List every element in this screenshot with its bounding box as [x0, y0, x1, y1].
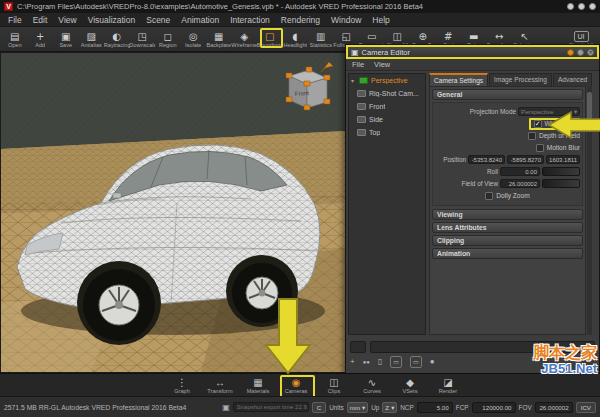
section-viewing[interactable]: Viewing — [432, 209, 583, 220]
save-button[interactable]: ▣Save — [53, 28, 79, 50]
downscale-button[interactable]: ◳Downscale — [130, 28, 156, 50]
panel-menu-view[interactable]: View — [374, 60, 390, 69]
panel-scrollbar[interactable] — [587, 86, 592, 335]
tree-item-top[interactable]: Top — [349, 126, 425, 139]
render-viewport[interactable]: Front — [0, 52, 346, 373]
minimize-button[interactable] — [567, 3, 574, 10]
c-button[interactable]: C — [312, 402, 326, 413]
view-cube[interactable]: Front — [283, 58, 335, 114]
roll-field[interactable]: 0.00 — [500, 167, 540, 176]
isolate-icon: ◎ — [189, 31, 198, 42]
menu-window[interactable]: Window — [331, 15, 361, 25]
position-z-field[interactable]: 1603.1811 — [546, 155, 580, 164]
field-of-view-field[interactable]: 26.000002 — [500, 179, 540, 188]
panel-close-button[interactable]: ✕ — [587, 49, 594, 56]
materials-module-button[interactable]: ▦Materials — [239, 377, 277, 394]
wireframe-icon: ◈ — [240, 31, 248, 42]
tab-image-processing[interactable]: Image Processing — [489, 73, 552, 86]
motion-blur-checkbox[interactable]: Motion Blur — [536, 144, 580, 152]
menu-animation[interactable]: Animation — [181, 15, 219, 25]
ncp-field[interactable]: 5.00 — [417, 402, 453, 413]
add-camera-icon[interactable]: + — [350, 357, 355, 367]
dof-label: Depth of Field — [539, 132, 580, 139]
icv-button[interactable]: ICV — [576, 402, 596, 413]
record-icon[interactable]: ● — [430, 357, 435, 367]
menu-rendering[interactable]: Rendering — [281, 15, 320, 25]
menu-edit[interactable]: Edit — [33, 15, 48, 25]
fov-field[interactable]: 26.000002 — [535, 402, 573, 413]
camera-editor-icon: ▣ — [351, 48, 359, 57]
fullscreen-icon: ◱ — [342, 31, 351, 42]
antialias-icon: ▨ — [87, 31, 96, 42]
units-dropdown[interactable]: mm▾ — [347, 402, 368, 413]
position-x-field[interactable]: -5353.8240 — [468, 155, 505, 164]
twisty-icon[interactable]: ▾ — [351, 77, 356, 84]
section-animation[interactable]: Animation — [432, 248, 583, 259]
maximize-button[interactable] — [578, 3, 585, 10]
section-general[interactable]: General — [432, 89, 583, 100]
wireframe-button[interactable]: ◈Wireframe — [232, 28, 258, 50]
menu-scene[interactable]: Scene — [146, 15, 170, 25]
panel-menu-file[interactable]: File — [352, 60, 364, 69]
transform-module-button[interactable]: ↔Transform — [201, 377, 239, 394]
statistics-icon: ▥ — [316, 31, 325, 42]
menu-view[interactable]: View — [58, 15, 76, 25]
camera-editor-titlebar[interactable]: ▣ Camera Editor ✕ — [346, 45, 599, 59]
region-button[interactable]: ◻Region — [155, 28, 181, 50]
tree-item-rig-shot-cam[interactable]: Rig-Shot Cam... — [349, 87, 425, 100]
menu-help[interactable]: Help — [372, 15, 389, 25]
graph-label: Graph — [174, 388, 190, 394]
up-axis-dropdown[interactable]: Z▾ — [382, 402, 397, 413]
snapshot-icon[interactable]: ▣ — [222, 403, 230, 412]
roll-slider[interactable] — [542, 167, 580, 176]
ui-button-icon[interactable]: ▭ — [410, 356, 422, 368]
snapshot-export-field[interactable]: Snapshot export time 22.9.1900... — [233, 402, 309, 412]
section-clipping[interactable]: Clipping — [432, 235, 583, 246]
add-icon: + — [36, 31, 44, 42]
tree-item-side[interactable]: Side — [349, 113, 425, 126]
statistics-button[interactable]: ▥Statistics — [308, 28, 334, 50]
depth-of-field-checkbox[interactable]: Depth of Field — [528, 132, 580, 140]
isolate-button[interactable]: ◎Isolate — [181, 28, 207, 50]
tree-item-perspective[interactable]: ▾ Perspective — [349, 74, 425, 87]
render-module-button[interactable]: ◪Render — [429, 377, 467, 394]
boundings-button[interactable]: □Boundings — [257, 28, 283, 50]
dup-button-icon[interactable]: ▭ — [390, 356, 402, 368]
close-button[interactable] — [589, 3, 596, 10]
projection-mode-dropdown[interactable]: Perspective ▾ — [518, 107, 580, 116]
dolly-zoom-checkbox[interactable]: Dolly Zoom — [485, 192, 529, 200]
tab-advanced[interactable]: Advanced — [553, 73, 592, 86]
transform-label: Transform — [207, 388, 232, 394]
headlight-button[interactable]: ◖Headlight — [283, 28, 309, 50]
viewpoint-icon — [357, 103, 366, 110]
antialias-button[interactable]: ▨Antialias — [79, 28, 105, 50]
position-y-field[interactable]: -5895.8270 — [507, 155, 544, 164]
vsets-module-button[interactable]: ◆VSets — [391, 377, 429, 394]
float-button[interactable] — [577, 49, 584, 56]
duplicate-camera-icon[interactable]: ●● — [363, 357, 370, 367]
menu-visualization[interactable]: Visualization — [88, 15, 136, 25]
delete-camera-icon[interactable]: ▯ — [378, 357, 382, 367]
camera-filter-box[interactable] — [350, 341, 366, 353]
backplate-button[interactable]: ▦Backplate — [206, 28, 232, 50]
field-of-view-slider[interactable] — [542, 179, 580, 188]
cameras-module-button[interactable]: ◉Cameras — [277, 377, 315, 394]
graph-module-button[interactable]: ⋮Graph — [163, 377, 201, 394]
open-button[interactable]: ▤Open — [2, 28, 28, 50]
raytracing-icon: ◐ — [112, 31, 121, 42]
clips-module-button[interactable]: ◫Clips — [315, 377, 353, 394]
checkbox-empty-icon — [528, 132, 536, 140]
tree-item-front[interactable]: Front — [349, 100, 425, 113]
menu-file[interactable]: File — [8, 15, 22, 25]
menu-interaction[interactable]: Interaction — [230, 15, 270, 25]
raytracing-button[interactable]: ◐Raytracing — [104, 28, 130, 50]
add-button[interactable]: +Add — [28, 28, 54, 50]
fcp-field[interactable]: 120000.00 — [472, 402, 516, 413]
pin-button[interactable] — [567, 49, 574, 56]
tab-camera-settings[interactable]: Camera Settings — [429, 73, 488, 86]
wireframe-checkbox[interactable]: ✓ Wireframe — [534, 120, 575, 128]
home-icon[interactable] — [321, 62, 333, 72]
section-lens-attributes[interactable]: Lens Attributes — [432, 222, 583, 233]
curves-module-button[interactable]: ∿Curves — [353, 377, 391, 394]
chevron-down-icon: ▾ — [574, 108, 577, 115]
